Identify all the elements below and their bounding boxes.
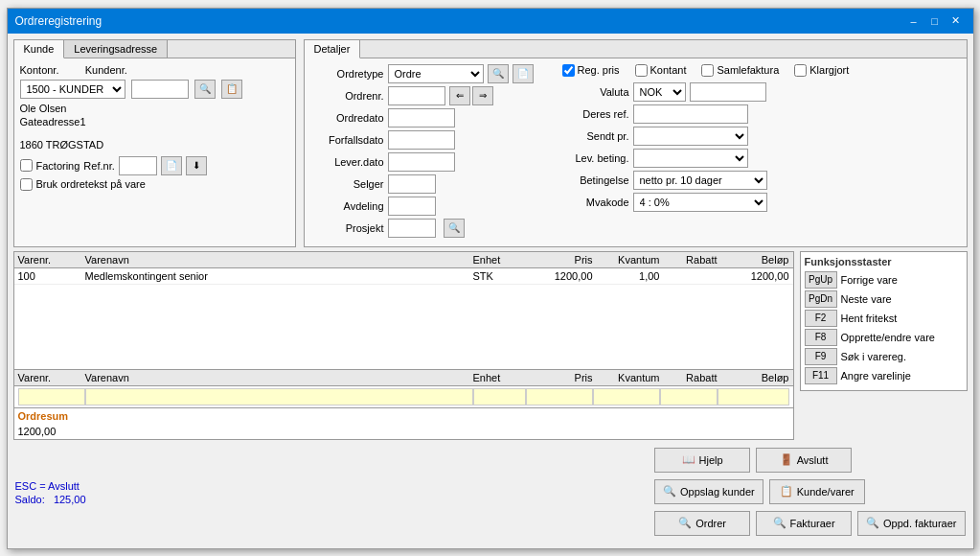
input-varenr[interactable] [18,388,85,405]
samlefaktura-checkbox[interactable] [701,64,714,77]
maximize-button[interactable]: □ [925,12,945,30]
table-section: Varenr. Varenavn Enhet Pris Kvantum Raba… [13,251,794,440]
prosjekt-row: Prosjekt 0 🔍 [312,219,534,238]
valuta-select[interactable]: NOK [633,82,686,102]
td-kvantum: 1,00 [593,270,660,282]
input-pris[interactable] [526,388,593,405]
ordrer-button[interactable]: 🔍 Ordrer [654,511,750,536]
input-belop[interactable] [718,388,789,405]
deres-ref-row: Deres ref. [562,104,959,124]
input-varenavn[interactable] [85,388,473,405]
kontant-checkbox[interactable] [635,64,648,77]
avdeling-label: Avdeling [312,200,384,212]
oppslag-kunder-icon: 🔍 [663,485,676,498]
prosjekt-search-btn[interactable]: 🔍 [444,219,465,238]
kunde-varer-button[interactable]: 📋 Kunde/varer [769,479,865,504]
selger-label: Selger [312,178,384,190]
td-enhet: STK [473,270,526,282]
close-button[interactable]: ✕ [946,12,966,30]
valuta-amount-input[interactable]: 100,00000 [690,82,766,102]
oppd-fakturaer-label: Oppd. fakturaer [883,518,956,529]
tab-leveringsadresse[interactable]: Leveringsadresse [64,40,168,58]
minimize-button[interactable]: – [904,12,923,30]
right-sidebar: Funksjonsstaster PgUp Forrige vare PgDn … [800,251,968,440]
kundenr-input[interactable]: 10000 [131,80,189,99]
right-tab-header: Detaljer [305,40,967,58]
reg-pris-group: Reg. pris [562,64,620,77]
th2-varenr: Varenr. [18,372,85,383]
deres-ref-label: Deres ref. [562,108,629,120]
sendt-pr-select[interactable] [633,127,748,146]
td-varenavn: Medlemskontingent senior [85,270,473,282]
th-enhet: Enhet [473,254,526,266]
factoring-icon-btn[interactable]: 📄 [161,156,182,175]
levdato-row: Lever.dato 31/10/17 [312,152,534,172]
reg-pris-checkbox[interactable] [562,64,575,77]
th-pris: Pris [526,254,593,266]
table-empty-space [14,285,793,369]
kontonr-select[interactable]: 1500 - KUNDER [20,80,125,99]
mvakode-select[interactable]: 4 : 0% [633,193,767,212]
betingelse-select[interactable]: netto pr. 10 dager [633,171,767,190]
forfallsdato-input[interactable]: 10/11/17 [388,130,455,150]
ordretype-new-btn[interactable]: 📄 [513,64,534,83]
pgup-label: Forrige vare [841,274,898,286]
tab-kunde[interactable]: Kunde [14,40,65,58]
ordresum-label: Ordresum [18,410,69,422]
prev-arrow-btn[interactable]: ⇐ [449,86,470,105]
th2-rabatt: Rabatt [660,372,718,383]
hjelp-icon: 📖 [682,453,695,466]
next-arrow-btn[interactable]: ⇒ [472,86,493,105]
search-customer-button[interactable]: 🔍 [194,80,216,99]
left-panel: Kunde Leveringsadresse Kontonr. Kundenr.… [13,39,296,247]
fakturaer-button[interactable]: 🔍 Fakturaer [756,511,852,536]
kontant-group: Kontant [635,64,687,77]
input-enhet[interactable] [473,388,526,405]
ordretype-search-btn[interactable]: 🔍 [488,64,509,83]
kontant-label: Kontant [650,64,687,76]
oppslag-kunder-button[interactable]: 🔍 Oppslag kunder [654,479,763,504]
deres-ref-input[interactable] [633,104,748,124]
hjelp-button[interactable]: 📖 Hjelp [654,448,750,473]
levdato-input[interactable]: 31/10/17 [388,152,455,172]
f2-key[interactable]: F2 [805,310,837,327]
th-varenavn: Varenavn [85,254,473,266]
refnr-input[interactable]: 0 [119,156,157,175]
f9-key[interactable]: F9 [805,348,837,365]
customer-name: Ole Olsen [20,103,289,114]
avslutt-label: Avslutt [797,454,829,466]
selger-input[interactable]: 0 [388,174,436,194]
pgdn-key[interactable]: PgDn [805,290,837,308]
klargjort-group: Klargjort [794,64,849,77]
top-section: Kunde Leveringsadresse Kontonr. Kundenr.… [13,39,968,247]
avdeling-input[interactable]: 0 [388,197,436,216]
ordrer-label: Ordrer [695,518,726,529]
lev-beting-select[interactable] [633,149,748,168]
sendt-pr-label: Sendt pr. [562,130,629,142]
factoring-download-btn[interactable]: ⬇ [186,156,207,175]
pgup-key[interactable]: PgUp [805,271,837,289]
avslutt-button[interactable]: 🚪 Avslutt [756,448,852,473]
klargjort-checkbox[interactable] [794,64,807,77]
factoring-checkbox[interactable] [20,159,33,172]
input-kvantum[interactable] [593,388,660,405]
copy-button[interactable]: 📋 [221,80,242,99]
kunde-tab-content: Kontonr. Kundenr. 1500 - KUNDER 10000 🔍 … [14,58,295,199]
prosjekt-input[interactable]: 0 [388,219,436,238]
esc-text[interactable]: ESC = Avslutt [15,480,86,492]
ordresum-value: 1200,00 [18,426,57,437]
tab-detaljer[interactable]: Detaljer [305,40,361,58]
bruk-ordretekst-checkbox[interactable] [20,178,33,191]
input-rabatt[interactable] [660,388,718,405]
ordredato-input[interactable]: 31/10/17 [388,108,455,127]
f8-key[interactable]: F8 [805,329,837,346]
ordrenr-input[interactable]: 1 [388,86,445,105]
ordretype-select[interactable]: Ordre [388,64,484,83]
f11-key[interactable]: F11 [805,367,837,384]
btn-row-3: 🔍 Ordrer 🔍 Fakturaer 🔍 Oppd. fakturaer [654,511,965,536]
saldo-value: 125,00 [54,494,86,505]
oppd-fakturaer-button[interactable]: 🔍 Oppd. fakturaer [857,511,965,536]
forfallsdato-row: Forfallsdato 10/11/17 [312,130,534,150]
selger-row: Selger 0 [312,174,534,194]
lev-beting-row: Lev. beting. [562,149,959,168]
